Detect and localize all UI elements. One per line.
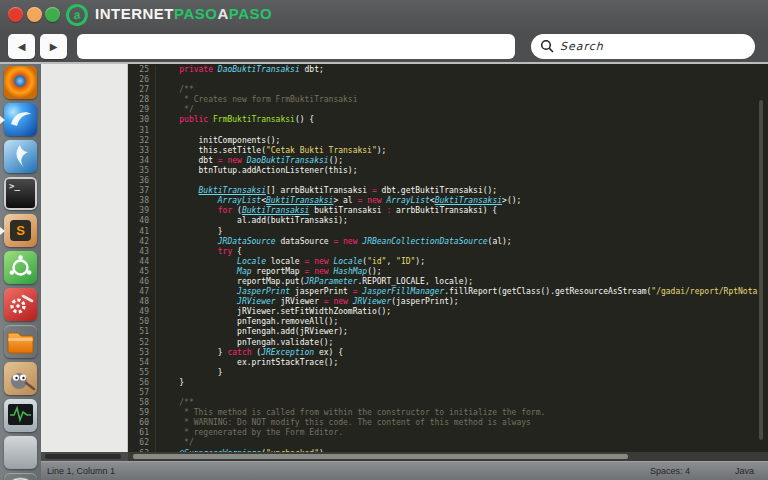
line-number: 42	[128, 237, 156, 247]
close-button[interactable]	[8, 7, 23, 22]
line-number: 60	[128, 418, 156, 428]
app-dock: >_S	[0, 64, 41, 480]
code-text	[156, 126, 160, 136]
bird-app-icon[interactable]	[4, 140, 37, 173]
brand-text: A	[217, 5, 228, 22]
brand-text: PASO	[229, 5, 272, 22]
back-button[interactable]: ◀	[8, 34, 35, 59]
code-text: }	[156, 378, 184, 388]
gimp-icon[interactable]	[4, 362, 37, 395]
minimize-button[interactable]	[27, 7, 42, 22]
dock-running-indicator	[0, 116, 5, 124]
editor-hscrollbar-thumb[interactable]	[133, 454, 628, 459]
code-text: pnTengah.removeAll();	[156, 317, 338, 327]
code-line: 36	[128, 176, 768, 186]
logo-glyph: a	[72, 7, 81, 22]
screenshot-tool-icon[interactable]	[4, 436, 37, 469]
code-text: JasperPrint jasperPrint = JasperFillMana…	[156, 287, 757, 297]
code-text: this.setTitle("Cetak Bukti Transaksi");	[156, 146, 386, 156]
line-number: 61	[128, 428, 156, 438]
code-text: jRViewer.setFitWidthZoomRatio();	[156, 307, 391, 317]
code-line: 43 try {	[128, 247, 768, 257]
browser-toolbar: ◀ ▶ Search	[0, 30, 768, 64]
code-line: 39 for (BuktiTransaksi buktiTransaksi : …	[128, 206, 768, 216]
code-text: public FrmBuktiTransaksi() {	[156, 115, 314, 125]
code-line: 47 JasperPrint jasperPrint = JasperFillM…	[128, 287, 768, 297]
code-text: * This method is called from within the …	[156, 408, 545, 418]
code-text: al.add(buktiTransaksi);	[156, 216, 348, 226]
maximize-button[interactable]	[45, 7, 60, 22]
indentation-status[interactable]: Spaces: 4	[650, 466, 690, 476]
line-number: 29	[128, 105, 156, 115]
sidebar-hscrollbar[interactable]	[41, 452, 128, 461]
code-text	[156, 75, 160, 85]
search-icon	[540, 39, 555, 54]
code-text: /**	[156, 85, 194, 95]
code-text: * Creates new form FrmBuktiTransaksi	[156, 95, 357, 105]
firefox-icon[interactable]	[4, 66, 37, 99]
dock-running-indicator	[0, 227, 5, 235]
code-line: 31	[128, 126, 768, 136]
code-line: 52 pnTengah.validate();	[128, 338, 768, 348]
language-mode-status[interactable]: Java	[735, 466, 754, 476]
editor-hscrollbar[interactable]	[128, 452, 768, 461]
code-text: ex.printStackTrace();	[156, 358, 338, 368]
line-number: 46	[128, 277, 156, 287]
brand-text: INTERNET	[95, 5, 174, 22]
brand-text: PASO	[174, 5, 217, 22]
address-bar-input[interactable]	[77, 34, 515, 59]
line-number: 38	[128, 196, 156, 206]
system-settings-icon[interactable]	[4, 288, 37, 321]
line-number: 25	[128, 65, 156, 75]
code-text: try {	[156, 247, 242, 257]
forward-button[interactable]: ▶	[40, 34, 67, 59]
line-number: 36	[128, 176, 156, 186]
back-arrow-icon: ◀	[18, 41, 26, 52]
line-number: 41	[128, 227, 156, 237]
internetpasoapaso-logo-icon: a	[64, 2, 90, 28]
trash-icon[interactable]	[4, 473, 37, 480]
code-text: Locale locale = new Locale("id", "ID");	[156, 257, 425, 267]
line-number: 34	[128, 156, 156, 166]
code-text: */	[156, 105, 194, 115]
code-line: 50 pnTengah.removeAll();	[128, 317, 768, 327]
forward-arrow-icon: ▶	[50, 41, 58, 52]
system-monitor-icon[interactable]	[4, 399, 37, 432]
file-manager-icon[interactable]	[4, 325, 37, 358]
sidebar-hscrollbar-thumb[interactable]	[45, 454, 121, 459]
sublime-text-icon[interactable]: S	[4, 214, 37, 247]
code-line: 42 JRDataSource dataSource = new JRBeanC…	[128, 237, 768, 247]
line-number: 35	[128, 166, 156, 176]
code-text	[156, 176, 160, 186]
code-line: 55 }	[128, 368, 768, 378]
line-number: 47	[128, 287, 156, 297]
code-line: 56 }	[128, 378, 768, 388]
thunderbird-icon[interactable]	[4, 103, 37, 136]
line-number: 57	[128, 388, 156, 398]
code-line: 28 * Creates new form FrmBuktiTransaksi	[128, 95, 768, 105]
code-text: for (BuktiTransaksi buktiTransaksi : arr…	[156, 206, 497, 216]
software-center-icon[interactable]	[4, 251, 37, 284]
code-line: 45 Map reportMap = new HashMap();	[128, 267, 768, 277]
code-text: * regenerated by the Form Editor.	[156, 428, 343, 438]
code-line: 57	[128, 388, 768, 398]
cursor-position-status: Line 1, Column 1	[47, 466, 115, 476]
code-line: 49 jRViewer.setFitWidthZoomRatio();	[128, 307, 768, 317]
code-text: } catch (JRException ex) {	[156, 348, 343, 358]
code-text: btnTutup.addActionListener(this);	[156, 166, 357, 176]
code-line: 51 pnTengah.add(jRViewer);	[128, 327, 768, 337]
code-line: 25 private DaoBuktiTransaksi dbt;	[128, 65, 768, 75]
editor-vscrollbar-thumb[interactable]	[759, 100, 763, 440]
code-editor-viewport[interactable]: 25 private DaoBuktiTransaksi dbt;2627 /*…	[128, 64, 768, 452]
code-text: */	[156, 438, 194, 448]
code-text: pnTengah.validate();	[156, 338, 333, 348]
code-text: reportMap.put(JRParameter.REPORT_LOCALE,…	[156, 277, 473, 287]
editor-sidebar-panel[interactable]	[41, 64, 128, 452]
terminal-icon[interactable]: >_	[4, 177, 37, 210]
code-line: 33 this.setTitle("Cetak Bukti Transaksi"…	[128, 146, 768, 156]
code-text	[156, 388, 160, 398]
code-text: BuktiTransaksi[] arrbBuktiTransaksi = db…	[156, 186, 497, 196]
code-text: Map reportMap = new HashMap();	[156, 267, 382, 277]
title-bar: a INTERNETPASOAPASO	[0, 0, 768, 30]
search-input[interactable]: Search	[531, 34, 755, 59]
